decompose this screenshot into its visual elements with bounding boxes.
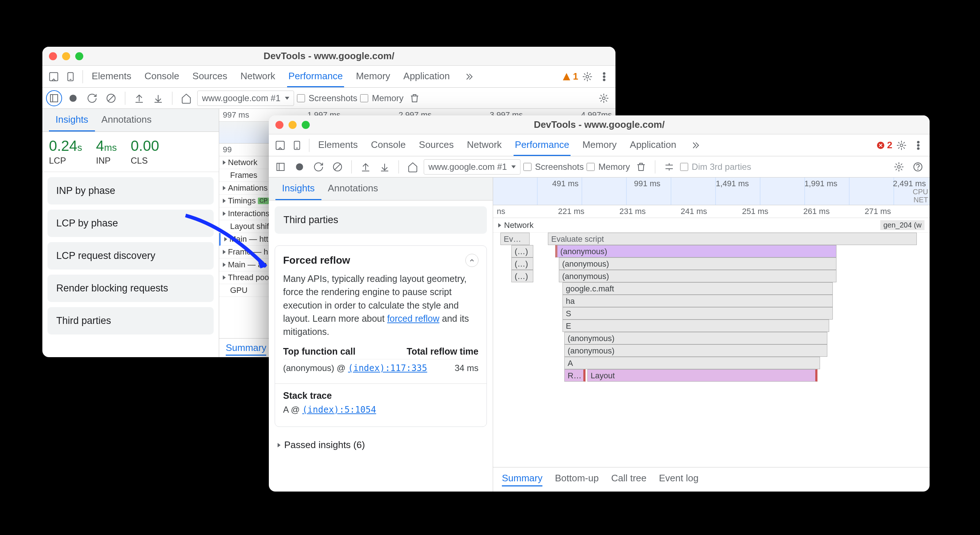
clear-icon[interactable] — [103, 90, 119, 106]
annotations-tab[interactable]: Annotations — [95, 109, 158, 132]
gear-icon[interactable] — [894, 138, 909, 153]
toggle-sidebar-icon[interactable] — [46, 90, 62, 106]
page-selector[interactable]: www.google.com #1 — [197, 90, 294, 106]
home-icon[interactable] — [178, 90, 194, 106]
titlebar[interactable]: DevTools - www.google.com/ — [42, 47, 616, 66]
insight-card-render-blocking[interactable]: Render blocking requests — [48, 275, 214, 302]
source-link[interactable]: (index):5:1054 — [302, 405, 376, 415]
flame-bar[interactable]: Ev…pt — [500, 233, 530, 245]
flame-bar-anonymous[interactable]: (anonymous) — [559, 270, 837, 282]
call-tree-tab[interactable]: Call tree — [611, 473, 646, 486]
gear-icon[interactable] — [596, 90, 612, 106]
minimize-icon[interactable] — [288, 121, 297, 129]
tab-console[interactable]: Console — [143, 66, 180, 87]
flame-chart[interactable]: 491 ms 991 ms 1,491 ms 1,991 ms 2,491 ms… — [493, 178, 930, 492]
insight-card-lcp-by-phase[interactable]: LCP by phase — [48, 210, 214, 237]
flame-bar[interactable]: A — [564, 357, 820, 369]
maximize-icon[interactable] — [302, 121, 310, 129]
tab-network[interactable]: Network — [465, 134, 503, 156]
insights-tab[interactable]: Insights — [49, 109, 95, 132]
maximize-icon[interactable] — [75, 52, 83, 60]
gear-icon[interactable] — [891, 159, 907, 175]
network-item[interactable]: gen_204 (w — [880, 220, 924, 230]
insight-card-lcp-request-discovery[interactable]: LCP request discovery — [48, 242, 214, 270]
upload-icon[interactable] — [358, 159, 374, 175]
bottom-up-tab[interactable]: Bottom-up — [555, 473, 599, 486]
flame-bar-anonymous[interactable]: (anonymous) — [564, 344, 827, 357]
kebab-icon[interactable] — [911, 138, 926, 153]
trash-icon[interactable] — [407, 90, 423, 106]
tab-network[interactable]: Network — [239, 66, 277, 87]
warnings-badge[interactable]: 1 — [562, 71, 578, 82]
download-icon[interactable] — [377, 159, 393, 175]
close-icon[interactable] — [275, 121, 283, 129]
event-log-tab[interactable]: Event log — [659, 473, 698, 486]
trash-icon[interactable] — [633, 159, 649, 175]
inspect-icon[interactable] — [46, 69, 61, 84]
insight-card-inp-by-phase[interactable]: INP by phase — [48, 177, 214, 205]
more-tabs-icon[interactable] — [688, 138, 703, 153]
summary-tab[interactable]: Summary — [502, 473, 542, 486]
passed-insights-toggle[interactable]: Passed insights (6) — [269, 433, 493, 457]
forced-reflow-insight[interactable]: Forced reflow Many APIs, typically readi… — [275, 245, 487, 427]
more-tabs-icon[interactable] — [462, 69, 477, 84]
memory-checkbox[interactable]: Memory — [360, 93, 404, 103]
device-icon[interactable] — [63, 69, 78, 84]
close-icon[interactable] — [49, 52, 57, 60]
tab-elements[interactable]: Elements — [317, 134, 359, 156]
toggle-sidebar-icon[interactable] — [272, 159, 288, 175]
home-icon[interactable] — [405, 159, 421, 175]
screenshots-checkbox[interactable]: Screenshots — [523, 162, 584, 172]
clear-icon[interactable] — [329, 159, 345, 175]
tab-performance[interactable]: Performance — [287, 66, 344, 87]
tab-sources[interactable]: Sources — [191, 66, 229, 87]
tab-memory[interactable]: Memory — [581, 134, 618, 156]
memory-checkbox[interactable]: Memory — [587, 162, 630, 172]
tab-console[interactable]: Console — [369, 134, 407, 156]
reload-icon[interactable] — [310, 159, 326, 175]
insight-card-third-parties[interactable]: Third parties — [48, 307, 214, 335]
collapse-icon[interactable] — [661, 159, 677, 175]
flame-bar[interactable]: (…) — [511, 257, 533, 270]
forced-reflow-link[interactable]: forced reflow — [387, 313, 439, 324]
flame-bar[interactable]: (…) — [511, 245, 533, 257]
minimize-icon[interactable] — [62, 52, 70, 60]
flame-bar-anonymous[interactable]: (anonymous) — [555, 245, 837, 257]
insight-card-third-parties[interactable]: Third parties — [275, 206, 487, 234]
page-selector[interactable]: www.google.com #1 — [424, 159, 520, 175]
kebab-icon[interactable] — [597, 69, 612, 84]
gear-icon[interactable] — [580, 69, 595, 84]
errors-badge[interactable]: 2 — [876, 140, 892, 151]
network-row-label[interactable]: Network — [504, 221, 534, 230]
inspect-icon[interactable] — [272, 138, 288, 153]
flame-bar[interactable]: (…) — [511, 270, 533, 282]
flame-bar-anonymous[interactable]: (anonymous) — [564, 332, 827, 344]
tab-application[interactable]: Application — [402, 66, 451, 87]
annotations-tab[interactable]: Annotations — [321, 178, 385, 200]
device-icon[interactable] — [289, 138, 305, 153]
titlebar[interactable]: DevTools - www.google.com/ — [269, 115, 930, 134]
upload-icon[interactable] — [131, 90, 147, 106]
flame-bar-layout[interactable]: Layout — [587, 369, 818, 382]
flame-bar[interactable]: ha — [563, 295, 833, 307]
record-icon[interactable] — [291, 159, 307, 175]
download-icon[interactable] — [150, 90, 166, 106]
flame-bar[interactable]: google.c.maft — [563, 282, 833, 295]
flame-bar[interactable]: S — [563, 307, 833, 319]
minimap[interactable]: 491 ms 991 ms 1,491 ms 1,991 ms 2,491 ms… — [493, 178, 930, 205]
collapse-insight-icon[interactable] — [465, 254, 479, 267]
dim-3rd-parties-checkbox[interactable]: Dim 3rd parties — [680, 162, 751, 172]
tab-elements[interactable]: Elements — [90, 66, 133, 87]
reload-icon[interactable] — [84, 90, 100, 106]
flame-bar[interactable]: E — [563, 319, 829, 332]
insights-tab[interactable]: Insights — [275, 178, 321, 200]
flame-bar-anonymous[interactable]: (anonymous) — [559, 257, 837, 270]
flame-bar[interactable]: Evaluate script — [548, 233, 917, 245]
tab-sources[interactable]: Sources — [417, 134, 455, 156]
screenshots-checkbox[interactable]: Screenshots — [297, 93, 357, 103]
source-link[interactable]: (index):117:335 — [348, 363, 427, 373]
help-icon[interactable] — [910, 159, 926, 175]
tab-performance[interactable]: Performance — [514, 134, 571, 156]
record-icon[interactable] — [65, 90, 81, 106]
tab-application[interactable]: Application — [628, 134, 678, 156]
